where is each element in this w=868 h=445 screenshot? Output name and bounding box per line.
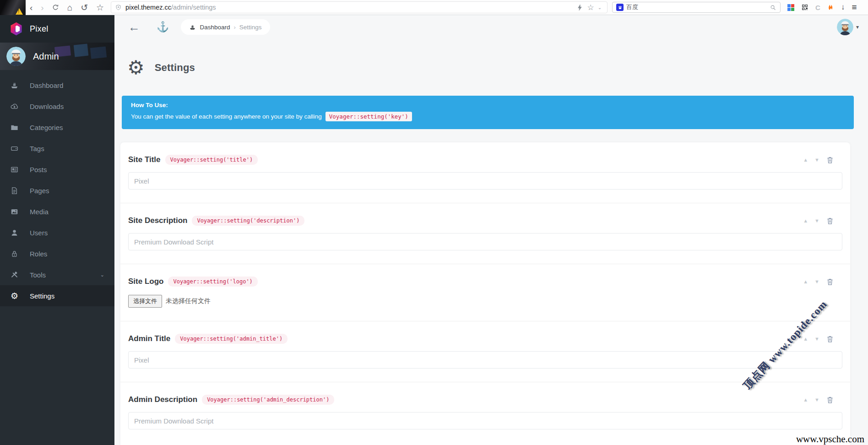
setting-label: Admin Description [128, 395, 197, 404]
setting-code-chip: Voyager::setting('admin_title') [175, 334, 288, 344]
setting-label: Site Description [128, 216, 187, 225]
move-up-button[interactable]: ▲ [803, 218, 808, 223]
browser-home-icon[interactable]: ⌂ [63, 3, 76, 12]
url-text[interactable]: pixel.themez.cc/admin/settings [125, 4, 216, 11]
main-content: ← ⚓ Dashboard › Settings ▾ ⚙ Settings Ho [114, 15, 868, 445]
sidebar-item-posts[interactable]: Posts [0, 159, 114, 180]
move-down-button[interactable]: ▼ [814, 336, 819, 342]
address-bar[interactable]: pixel.themez.cc/admin/settings ☆ ⌄ [111, 1, 608, 13]
setting-row-site-title: Site Title Voyager::setting('title') ▲ ▼ [120, 142, 850, 203]
setting-code-chip: Voyager::setting('logo') [168, 277, 257, 287]
browser-bookmark-star-icon[interactable]: ☆ [92, 3, 108, 12]
sidebar-item-label: Downloads [30, 103, 64, 110]
choose-file-button[interactable]: 选择文件 [128, 295, 162, 308]
page-title: Settings [155, 62, 195, 74]
alert-code-chip: Voyager::setting('key') [326, 112, 412, 121]
setting-code-chip: Voyager::setting('admin_description') [202, 395, 334, 405]
downloads-icon[interactable]: ↓ [841, 3, 845, 12]
ship-icon [10, 81, 19, 90]
site-security-shield-icon[interactable] [115, 4, 122, 11]
file-icon [10, 186, 19, 195]
qr-code-icon[interactable] [801, 4, 808, 11]
move-up-button[interactable]: ▲ [803, 336, 808, 342]
breadcrumb-current: Settings [239, 24, 262, 31]
sidebar-item-downloads[interactable]: Downloads [0, 96, 114, 117]
sidebar-user-panel[interactable]: Admin [0, 43, 114, 70]
settings-list: Site Title Voyager::setting('title') ▲ ▼ [120, 142, 850, 445]
browser-search-box[interactable]: 百度 [612, 2, 781, 13]
setting-label: Site Title [128, 155, 161, 164]
move-up-button[interactable]: ▲ [803, 397, 808, 402]
app-logo[interactable]: Pixel [0, 15, 114, 43]
sidebar-item-media[interactable]: Media [0, 201, 114, 222]
browser-back-icon[interactable]: ‹ [26, 3, 37, 12]
sidebar-item-categories[interactable]: Categories [0, 117, 114, 138]
anchor-icon[interactable]: ⚓ [157, 21, 169, 33]
tag-icon [10, 144, 19, 153]
sidebar-item-label: Roles [30, 250, 47, 258]
gear-icon: ⚙ [127, 58, 145, 77]
lock-icon [10, 250, 19, 258]
watermark-bottom: www.vpsche.com [796, 434, 864, 445]
sidebar-item-tools[interactable]: Tools ⌄ [0, 264, 114, 285]
browser-menu-icon[interactable]: ≡ [852, 2, 857, 12]
chevron-down-icon: ⌄ [100, 272, 104, 278]
delete-setting-button[interactable] [826, 277, 834, 286]
sidebar-item-settings[interactable]: ⚙ Settings [0, 285, 114, 306]
browser-undo-icon[interactable]: ↺ [76, 3, 92, 12]
apps-grid-icon[interactable] [787, 4, 794, 11]
move-up-button[interactable]: ▲ [803, 157, 808, 163]
setting-input[interactable] [128, 351, 842, 369]
sidebar-item-roles[interactable]: Roles [0, 243, 114, 264]
setting-input[interactable] [128, 233, 842, 250]
ship-icon [189, 24, 196, 31]
sidebar: Pixel Admin Dashboard Downloads Catego [0, 15, 114, 445]
sidebar-item-label: Tags [30, 145, 44, 152]
setting-row-admin-description: Admin Description Voyager::setting('admi… [120, 382, 850, 443]
sidebar-item-users[interactable]: Users [0, 222, 114, 243]
setting-label: Site Logo [128, 277, 163, 286]
sidebar-item-tags[interactable]: Tags [0, 138, 114, 159]
flash-icon[interactable] [576, 4, 583, 11]
browser-profile-photo[interactable] [0, 0, 26, 15]
breadcrumb-separator: › [234, 24, 236, 31]
how-to-use-alert: How To Use: You can get the value of eac… [122, 96, 854, 129]
flame-icon[interactable] [827, 4, 834, 11]
sidebar-item-pages[interactable]: Pages [0, 180, 114, 201]
search-icon[interactable] [770, 4, 776, 11]
baidu-engine-icon[interactable] [616, 4, 624, 11]
warning-badge-icon [16, 8, 23, 15]
browser-forward-icon[interactable]: › [37, 3, 48, 12]
sidebar-item-dashboard[interactable]: Dashboard [0, 75, 114, 96]
urlbar-dropdown-icon[interactable]: ⌄ [598, 5, 602, 10]
move-down-button[interactable]: ▼ [814, 218, 819, 223]
compatibility-mode-icon[interactable]: C [815, 4, 820, 11]
delete-setting-button[interactable] [826, 217, 834, 225]
setting-label: Admin Title [128, 334, 170, 343]
favorite-star-icon[interactable]: ☆ [587, 3, 594, 12]
breadcrumb-dashboard-link[interactable]: Dashboard [200, 24, 230, 31]
app-logo-text: Pixel [30, 24, 49, 34]
move-down-button[interactable]: ▼ [814, 157, 819, 163]
tools-icon [10, 271, 19, 279]
browser-reload-icon[interactable] [52, 4, 60, 11]
move-down-button[interactable]: ▼ [814, 279, 819, 284]
image-icon [10, 207, 19, 216]
sidebar-item-label: Pages [30, 187, 49, 195]
delete-setting-button[interactable] [826, 156, 834, 164]
back-arrow-button[interactable]: ← [128, 21, 140, 33]
delete-setting-button[interactable] [826, 396, 834, 404]
newspaper-icon [10, 165, 19, 174]
alert-body-text: You can get the value of each setting an… [131, 113, 322, 120]
setting-input[interactable] [128, 172, 842, 190]
alert-title: How To Use: [131, 102, 845, 109]
setting-input[interactable] [128, 412, 842, 429]
move-down-button[interactable]: ▼ [814, 397, 819, 402]
caret-down-icon: ▾ [856, 24, 859, 30]
pixel-logo-icon [10, 22, 22, 36]
move-up-button[interactable]: ▲ [803, 279, 808, 284]
delete-setting-button[interactable] [826, 335, 834, 343]
file-status-text: 未选择任何文件 [166, 297, 211, 305]
user-menu-button[interactable]: ▾ [837, 19, 859, 35]
page-title-block: ⚙ Settings [127, 58, 868, 77]
